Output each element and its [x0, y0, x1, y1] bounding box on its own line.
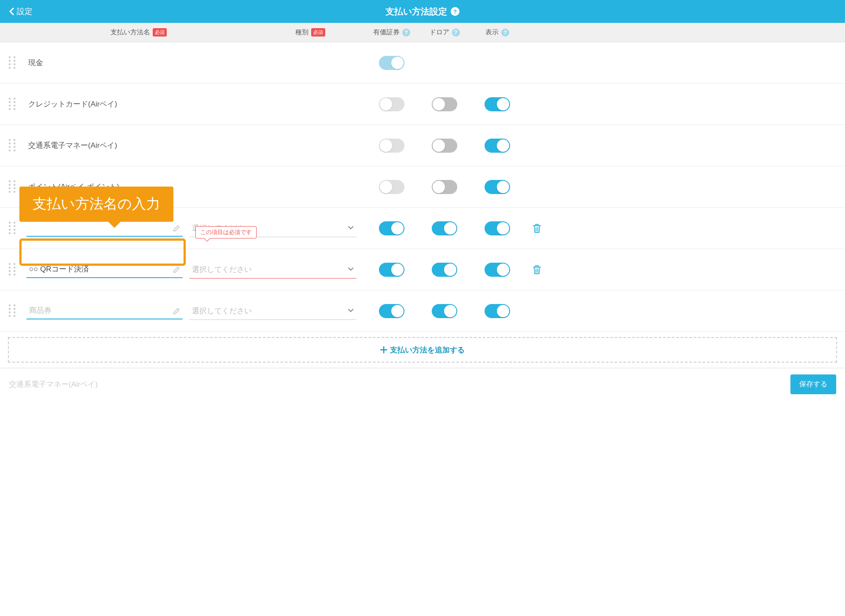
callout-text: 支払い方法名の入力 — [33, 196, 160, 212]
payment-row: 選択してください — [0, 290, 845, 332]
help-icon[interactable]: ? — [451, 7, 459, 16]
chevron-down-icon — [348, 308, 354, 313]
drag-handle[interactable] — [9, 139, 17, 152]
toggle[interactable] — [485, 97, 510, 111]
back-label: 設定 — [17, 6, 33, 17]
toggle[interactable] — [379, 263, 404, 277]
toggle[interactable] — [379, 304, 404, 318]
toggle[interactable] — [379, 139, 404, 153]
footer: 交通系電子マネー(Airペイ) 保存する — [0, 368, 845, 400]
col-display: 表示 ? — [471, 28, 524, 37]
payment-row: 現金 — [0, 42, 845, 84]
payment-row: 交通系電子マネー(Airペイ) — [0, 125, 845, 166]
save-button[interactable]: 保存する — [790, 374, 836, 394]
toggle[interactable] — [432, 304, 457, 318]
toggle[interactable] — [432, 180, 457, 194]
required-badge: 必須 — [311, 28, 325, 37]
toggle[interactable] — [379, 97, 404, 111]
col-name-label: 支払い方法名 — [110, 28, 150, 37]
col-drawer: ドロア ? — [418, 28, 471, 37]
payment-name-input[interactable] — [26, 220, 183, 237]
trash-icon[interactable] — [532, 264, 542, 275]
chevron-down-icon — [348, 267, 354, 271]
help-icon[interactable]: ? — [452, 29, 460, 37]
toggle[interactable] — [432, 221, 457, 235]
chevron-left-icon — [9, 7, 14, 15]
payment-name-input[interactable] — [26, 261, 183, 278]
back-button[interactable]: 設定 — [9, 6, 33, 17]
pencil-icon — [173, 308, 180, 315]
drag-handle[interactable] — [9, 180, 17, 194]
help-icon[interactable]: ? — [402, 29, 410, 37]
payment-name: 交通系電子マネー(Airペイ) — [26, 140, 117, 150]
payment-name-input[interactable] — [26, 303, 183, 319]
toggle[interactable] — [432, 97, 457, 111]
toggle[interactable] — [432, 263, 457, 277]
col-drawer-label: ドロア — [430, 28, 449, 37]
type-select[interactable]: 選択してください — [189, 261, 356, 279]
drag-handle[interactable] — [9, 56, 17, 70]
col-type-label: 種別 — [295, 28, 309, 37]
col-security: 有価証券 ? — [365, 28, 418, 37]
pencil-icon — [173, 225, 180, 232]
title-text: 支払い方法設定 — [386, 6, 447, 18]
payment-name: クレジットカード(Airペイ) — [26, 99, 117, 109]
payment-name: 現金 — [26, 58, 43, 68]
toggle[interactable] — [485, 304, 510, 318]
column-header: 支払い方法名 必須 種別 必須 有価証券 ? ドロア ? 表示 ? — [0, 23, 845, 42]
toggle[interactable] — [485, 180, 510, 194]
toggle[interactable] — [379, 180, 404, 194]
chevron-down-icon — [348, 226, 354, 230]
drag-handle[interactable] — [9, 222, 17, 235]
toggle[interactable] — [485, 139, 510, 153]
toggle[interactable] — [432, 139, 457, 153]
toggle[interactable] — [485, 263, 510, 277]
type-select[interactable]: 選択してください — [189, 302, 356, 320]
page-title: 支払い方法設定 ? — [386, 6, 459, 18]
required-badge: 必須 — [153, 28, 167, 37]
drag-handle[interactable] — [9, 98, 17, 111]
toggle[interactable] — [379, 56, 404, 70]
col-name: 支払い方法名 必須 — [26, 28, 189, 37]
pencil-icon — [173, 266, 180, 273]
trash-icon[interactable] — [532, 223, 542, 234]
toggle[interactable] — [379, 221, 404, 235]
payment-row: クレジットカード(Airペイ) — [0, 84, 845, 125]
col-type: 種別 必須 — [189, 28, 365, 37]
plus-icon — [380, 346, 387, 353]
add-payment-button[interactable]: 支払い方法を追加する — [8, 337, 837, 363]
drag-handle[interactable] — [9, 304, 17, 318]
drag-handle[interactable] — [9, 263, 17, 276]
error-tooltip: この項目は必須です — [195, 226, 257, 238]
header: 設定 支払い方法設定 ? — [0, 0, 845, 23]
payment-row: 選択してください — [0, 249, 845, 290]
toggle[interactable] — [485, 221, 510, 235]
footer-text: 交通系電子マネー(Airペイ) — [9, 379, 98, 389]
error-tip-text: この項目は必須です — [200, 229, 252, 235]
callout-tooltip: 支払い方法名の入力 — [19, 187, 173, 222]
add-button-label: 支払い方法を追加する — [390, 345, 465, 355]
content: 支払い方法名 必須 種別 必須 有価証券 ? ドロア ? 表示 ? 現金クレジッ… — [0, 23, 845, 363]
help-icon[interactable]: ? — [501, 29, 509, 37]
col-display-label: 表示 — [485, 28, 499, 37]
col-security-label: 有価証券 — [373, 28, 400, 37]
